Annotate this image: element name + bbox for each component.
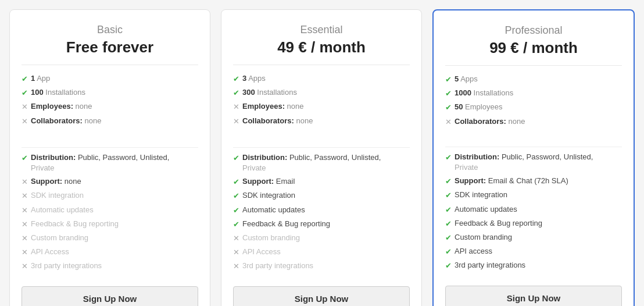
- features-bottom-basic: ✔Distribution: Public, Password, Unliste…: [22, 152, 198, 275]
- list-item: ✔Automatic updates: [233, 205, 410, 216]
- check-icon: ✔: [445, 102, 452, 113]
- feature-text: Collaborators: none: [242, 116, 313, 126]
- list-item: ✔Feedback & Bug reporting: [445, 218, 622, 229]
- list-item: ✔SDK integration: [233, 190, 410, 201]
- list-item: ✕Support: none: [22, 176, 198, 187]
- plan-price-essential: 49 € / month: [233, 38, 410, 56]
- feature-text: Collaborators: none: [455, 116, 525, 127]
- signup-button-basic[interactable]: Sign Up Now: [22, 286, 198, 306]
- feature-text: Custom branding: [31, 233, 88, 243]
- x-icon: ✕: [22, 247, 28, 258]
- check-icon: ✔: [233, 153, 239, 163]
- x-icon: ✕: [233, 116, 239, 127]
- list-item: ✕3rd party integrations: [22, 261, 198, 272]
- feature-text: Support: Email & Chat (72h SLA): [455, 176, 568, 186]
- check-icon: ✔: [445, 88, 452, 99]
- list-item: ✔Automatic updates: [445, 204, 622, 215]
- list-item: ✔3rd party integrations: [445, 260, 622, 271]
- feature-text: API access: [455, 246, 492, 257]
- list-item: ✕3rd party integrations: [233, 261, 410, 272]
- check-icon: ✔: [233, 177, 239, 187]
- feature-text: 3 Apps: [242, 73, 266, 84]
- feature-text: Employees: none: [31, 101, 92, 112]
- x-icon: ✕: [233, 261, 239, 272]
- feature-text: Custom branding: [455, 232, 512, 243]
- feature-text: Automatic updates: [31, 205, 94, 215]
- signup-button-professional[interactable]: Sign Up Now: [445, 286, 622, 306]
- list-item: ✔100 Installations: [22, 87, 198, 98]
- x-icon: ✕: [22, 102, 28, 112]
- x-icon: ✕: [22, 116, 28, 127]
- list-item: ✔Support: Email & Chat (72h SLA): [445, 176, 622, 187]
- feature-text: Feedback & Bug reporting: [31, 219, 119, 229]
- plans-container: BasicFree forever✔1 App✔100 Installation…: [9, 9, 635, 306]
- check-icon: ✔: [445, 233, 452, 243]
- list-item: ✕SDK integration: [22, 190, 198, 201]
- feature-text: API Access: [242, 247, 281, 257]
- list-item: ✔SDK integration: [445, 190, 622, 201]
- check-icon: ✔: [445, 205, 452, 215]
- list-item: ✕Collaborators: none: [445, 116, 622, 127]
- list-item: ✔API access: [445, 246, 622, 257]
- feature-text: 300 Installations: [242, 87, 297, 98]
- list-item: ✔3 Apps: [233, 73, 410, 84]
- section-divider: [445, 147, 622, 147]
- x-icon: ✕: [22, 177, 28, 187]
- check-icon: ✔: [445, 190, 452, 201]
- feature-text: Employees: none: [242, 101, 304, 112]
- features-bottom-essential: ✔Distribution: Public, Password, Unliste…: [233, 152, 410, 275]
- list-item: ✔Custom branding: [445, 232, 622, 243]
- feature-text: Distribution: Public, Password, Unlisted…: [242, 152, 381, 173]
- feature-text: Custom branding: [242, 233, 300, 243]
- plan-card-professional: Professional99 € / month✔5 Apps✔1000 Ins…: [432, 9, 635, 306]
- list-item: ✕Custom branding: [233, 233, 410, 244]
- x-icon: ✕: [22, 233, 28, 244]
- list-item: ✔Support: Email: [233, 176, 410, 187]
- x-icon: ✕: [233, 102, 239, 112]
- signup-button-essential[interactable]: Sign Up Now: [233, 286, 410, 306]
- check-icon: ✔: [445, 74, 452, 85]
- features-bottom-professional: ✔Distribution: Public, Password, Unliste…: [445, 152, 622, 275]
- list-item: ✔5 Apps: [445, 74, 622, 85]
- feature-text: Distribution: Public, Password, Unlisted…: [31, 152, 169, 173]
- list-item: ✔Distribution: Public, Password, Unliste…: [445, 152, 622, 173]
- feature-text: SDK integration: [455, 190, 507, 200]
- feature-text: 3rd party integrations: [455, 260, 525, 271]
- plan-name-professional: Professional: [445, 24, 622, 37]
- list-item: ✔1000 Installations: [445, 88, 622, 99]
- feature-text: 50 Employees: [455, 102, 502, 112]
- list-item: ✔1 App: [22, 73, 198, 84]
- check-icon: ✔: [445, 152, 452, 163]
- check-icon: ✔: [22, 153, 28, 163]
- feature-text: 5 Apps: [455, 74, 478, 84]
- feature-text: Support: none: [31, 176, 81, 187]
- feature-text: 100 Installations: [31, 87, 85, 98]
- check-icon: ✔: [445, 176, 452, 187]
- list-item: ✔Distribution: Public, Password, Unliste…: [22, 152, 198, 173]
- feature-text: Automatic updates: [455, 204, 517, 215]
- check-icon: ✔: [233, 191, 239, 201]
- plan-card-basic: BasicFree forever✔1 App✔100 Installation…: [9, 9, 210, 306]
- list-item: ✕Collaborators: none: [233, 116, 410, 127]
- x-icon: ✕: [22, 261, 28, 272]
- list-item: ✕Custom branding: [22, 233, 198, 244]
- feature-text: Feedback & Bug reporting: [242, 219, 330, 229]
- feature-text: 3rd party integrations: [31, 261, 102, 271]
- x-icon: ✕: [22, 191, 28, 201]
- check-icon: ✔: [445, 261, 452, 271]
- plan-name-essential: Essential: [233, 24, 410, 36]
- feature-text: 3rd party integrations: [242, 261, 313, 271]
- section-divider: [233, 147, 410, 148]
- plan-card-essential: Essential49 € / month✔3 Apps✔300 Install…: [221, 9, 422, 306]
- feature-text: Distribution: Public, Password, Unlisted…: [455, 152, 593, 173]
- features-top-basic: ✔1 App✔100 Installations✕Employees: none…: [22, 73, 198, 131]
- list-item: ✔Distribution: Public, Password, Unliste…: [233, 152, 410, 173]
- check-icon: ✔: [22, 88, 28, 98]
- plan-price-basic: Free forever: [22, 38, 198, 56]
- check-icon: ✔: [445, 247, 452, 257]
- check-icon: ✔: [233, 219, 239, 230]
- list-item: ✕Collaborators: none: [22, 116, 198, 127]
- list-item: ✔50 Employees: [445, 102, 622, 113]
- features-top-essential: ✔3 Apps✔300 Installations✕Employees: non…: [233, 73, 410, 131]
- x-icon: ✕: [233, 247, 239, 258]
